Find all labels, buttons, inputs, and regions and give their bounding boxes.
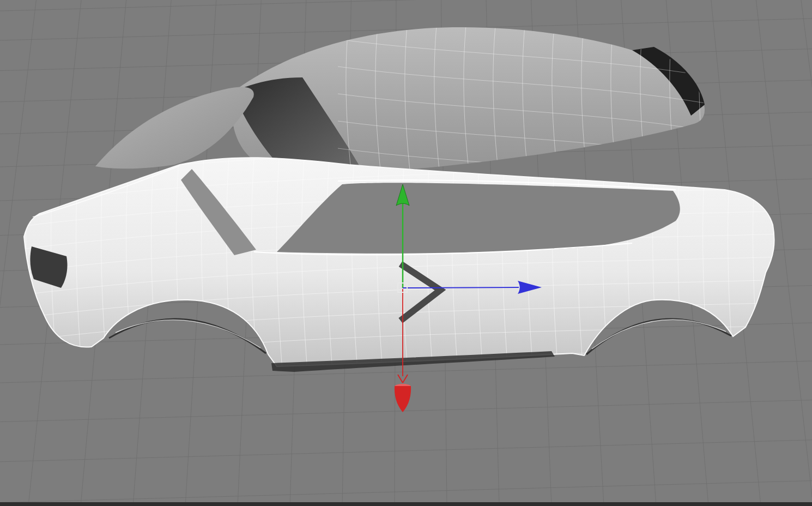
front-wheel-arch-shadow	[109, 319, 266, 353]
reference-hood-panel[interactable]	[95, 87, 254, 168]
rear-wheel-arch-rim	[592, 320, 726, 349]
right-axis-handle[interactable]	[403, 287, 519, 288]
viewport-bottom-edge	[0, 502, 812, 506]
reference-mesh[interactable]	[95, 20, 708, 185]
down-axis-cone[interactable]	[395, 386, 411, 412]
3d-viewport[interactable]	[0, 0, 812, 506]
front-wheel-arch-rim	[116, 320, 260, 348]
scene-canvas	[0, 0, 812, 506]
